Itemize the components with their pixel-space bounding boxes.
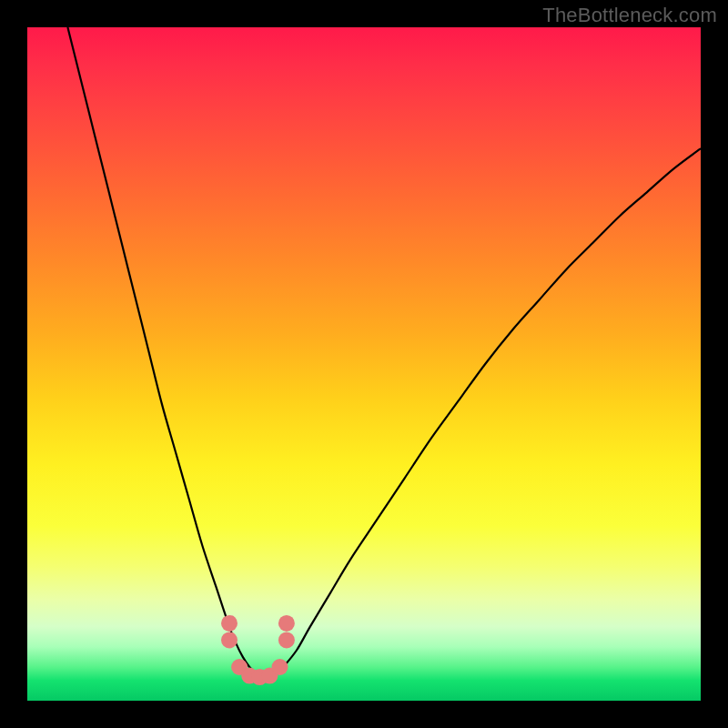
chart-frame: TheBottleneck.com — [0, 0, 728, 728]
marker-dot — [278, 615, 295, 632]
curve-layer — [27, 27, 701, 701]
bottleneck-curve — [67, 27, 701, 678]
curve-path — [67, 27, 701, 678]
marker-dot — [278, 632, 295, 648]
marker-dot — [272, 659, 288, 675]
highlight-markers — [221, 615, 295, 685]
marker-dot — [221, 615, 238, 632]
watermark-text: TheBottleneck.com — [542, 4, 717, 27]
plot-area — [27, 27, 701, 701]
marker-dot — [221, 632, 238, 648]
